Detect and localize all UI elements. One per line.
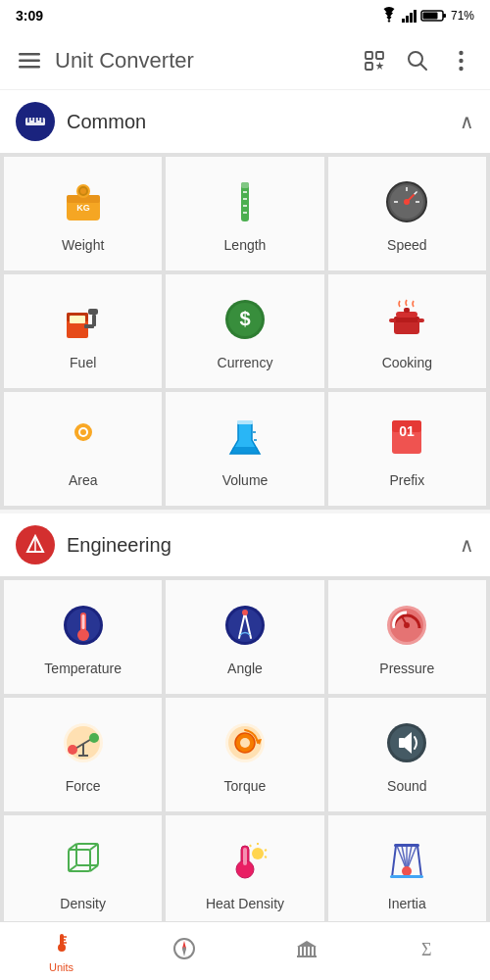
sigma-nav-icon: Σ xyxy=(417,937,441,966)
force-item[interactable]: Force xyxy=(4,698,162,811)
torque-label: Torque xyxy=(224,778,267,794)
engineering-section-icon xyxy=(16,525,55,564)
svg-point-87 xyxy=(89,733,99,743)
temperature-icon xyxy=(56,598,111,653)
length-item[interactable]: Length xyxy=(166,157,323,270)
menu-button[interactable] xyxy=(8,39,51,82)
svg-text:$: $ xyxy=(239,308,250,329)
wifi-icon xyxy=(380,9,398,23)
force-icon xyxy=(56,715,111,770)
more-button[interactable] xyxy=(439,39,482,82)
currency-icon: $ xyxy=(218,292,272,347)
area-item[interactable]: Area xyxy=(4,392,162,506)
svg-rect-6 xyxy=(422,13,437,20)
search-icon xyxy=(407,50,428,72)
cooking-item[interactable]: Cooking xyxy=(328,274,486,388)
svg-point-123 xyxy=(58,944,66,952)
angle-label: Angle xyxy=(227,661,263,676)
sound-item[interactable]: Sound xyxy=(328,698,486,811)
svg-line-120 xyxy=(417,846,421,877)
svg-rect-8 xyxy=(19,59,40,62)
svg-rect-31 xyxy=(241,182,249,188)
svg-point-16 xyxy=(459,50,463,54)
nav-sigma[interactable]: Σ xyxy=(368,922,490,980)
angle-item[interactable]: Angle xyxy=(166,580,323,694)
temperature-item[interactable]: Temperature xyxy=(4,580,162,694)
pressure-label: Pressure xyxy=(379,661,434,676)
area-icon xyxy=(56,410,111,465)
length-label: Length xyxy=(224,237,267,253)
engineering-section-title: Engineering xyxy=(67,534,460,557)
svg-rect-3 xyxy=(414,10,416,23)
svg-line-111 xyxy=(250,845,251,847)
inertia-item[interactable]: Inertia xyxy=(328,815,486,921)
svg-point-61 xyxy=(80,429,86,435)
fuel-label: Fuel xyxy=(70,355,96,370)
common-section-header[interactable]: Common ∧ xyxy=(0,90,490,153)
speed-item[interactable]: Speed xyxy=(328,157,486,270)
svg-rect-73 xyxy=(81,614,84,629)
weight-label: Weight xyxy=(62,237,104,253)
fuel-item[interactable]: Fuel xyxy=(4,274,162,388)
svg-text:01: 01 xyxy=(400,423,416,439)
length-icon xyxy=(218,174,272,229)
svg-point-107 xyxy=(252,848,264,859)
prefix-item[interactable]: 01 Prefix xyxy=(328,392,486,506)
inertia-label: Inertia xyxy=(388,896,426,911)
svg-rect-121 xyxy=(390,875,423,878)
grid-star-button[interactable] xyxy=(353,39,396,82)
sound-label: Sound xyxy=(387,778,426,794)
svg-rect-97 xyxy=(399,738,405,748)
svg-line-109 xyxy=(265,850,267,851)
svg-line-15 xyxy=(420,64,426,70)
svg-point-43 xyxy=(404,199,410,205)
engineering-chevron-icon: ∧ xyxy=(460,533,474,557)
app-bar-actions xyxy=(353,39,482,82)
engineering-section-header[interactable]: Engineering ∧ xyxy=(0,514,490,576)
torque-item[interactable]: Torque xyxy=(166,698,323,811)
svg-point-18 xyxy=(459,66,463,70)
nav-museum[interactable] xyxy=(245,922,368,980)
temperature-label: Temperature xyxy=(44,661,122,676)
pressure-item[interactable]: Pressure xyxy=(328,580,486,694)
svg-rect-7 xyxy=(19,53,40,56)
weight-icon: KG xyxy=(56,174,111,229)
svg-rect-46 xyxy=(88,309,98,315)
svg-point-82 xyxy=(404,622,410,628)
svg-text:Σ: Σ xyxy=(421,940,431,959)
units-nav-icon xyxy=(50,930,74,959)
status-icons: 71% xyxy=(380,9,474,23)
heat-density-label: Heat Density xyxy=(206,896,284,911)
svg-point-117 xyxy=(402,866,412,876)
speed-label: Speed xyxy=(387,237,426,253)
status-time: 3:09 xyxy=(16,8,43,24)
common-chevron-icon: ∧ xyxy=(460,110,474,133)
signal-icon xyxy=(402,9,417,23)
bottom-nav: Units Σ xyxy=(0,921,490,980)
currency-item[interactable]: $ Currency xyxy=(166,274,323,388)
battery-percent: 71% xyxy=(451,9,474,23)
volume-label: Volume xyxy=(222,472,269,488)
svg-rect-10 xyxy=(366,52,372,59)
volume-item[interactable]: Volume xyxy=(166,392,323,506)
svg-rect-11 xyxy=(376,52,383,59)
common-section-title: Common xyxy=(67,111,460,133)
density-item[interactable]: Density xyxy=(4,815,162,921)
svg-rect-2 xyxy=(410,13,413,23)
svg-rect-48 xyxy=(84,324,94,328)
svg-point-78 xyxy=(242,610,248,615)
nav-units[interactable]: Units xyxy=(0,922,122,980)
battery-icon xyxy=(421,9,447,23)
heat-density-item[interactable]: Heat Density xyxy=(166,815,323,921)
nav-compass[interactable] xyxy=(122,922,245,980)
svg-rect-0 xyxy=(402,19,405,23)
engineering-icon xyxy=(24,533,47,557)
svg-rect-1 xyxy=(406,16,409,23)
weight-item[interactable]: KG Weight xyxy=(4,157,162,270)
svg-line-110 xyxy=(265,857,267,858)
content-scroll: Common ∧ KG Weight xyxy=(0,90,490,921)
search-button[interactable] xyxy=(396,39,439,82)
svg-point-93 xyxy=(240,738,250,748)
svg-line-119 xyxy=(392,846,396,877)
volume-icon xyxy=(218,410,272,465)
